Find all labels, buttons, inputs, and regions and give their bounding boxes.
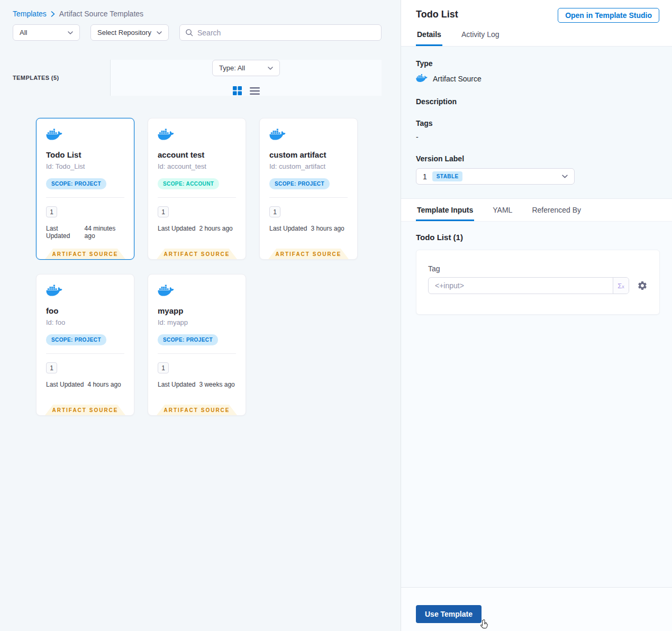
scope-badge: SCOPE: PROJECT — [158, 334, 218, 345]
card-divider — [158, 353, 236, 354]
type-filter-dropdown[interactable]: Type: All — [212, 60, 280, 76]
template-title: custom artifact — [269, 150, 348, 159]
last-updated-label: Last Updated — [46, 381, 84, 388]
chevron-down-icon — [157, 31, 162, 34]
template-card[interactable]: foo Id: foo SCOPE: PROJECT 1 Last Update… — [36, 274, 134, 416]
template-id: Id: myapp — [158, 318, 236, 326]
template-grid: Todo List Id: Todo_List SCOPE: PROJECT 1… — [36, 118, 362, 416]
last-updated-value: 3 hours ago — [311, 225, 344, 232]
card-divider — [158, 197, 236, 198]
panel-tabs: Details Activity Log — [401, 23, 672, 47]
repository-filter-dropdown[interactable]: Select Repository — [90, 24, 169, 41]
hand-cursor-icon — [479, 619, 489, 631]
tab-activity-log[interactable]: Activity Log — [460, 23, 501, 46]
open-in-template-studio-button[interactable]: Open in Template Studio — [558, 8, 659, 23]
scope-badge: SCOPE: ACCOUNT — [158, 178, 219, 189]
template-inputs-section: Todo List (1) Tag Σx — [401, 222, 672, 587]
template-title: account test — [158, 150, 236, 159]
search-input[interactable] — [197, 29, 376, 37]
artifact-source-banner: ARTIFACT SOURCE — [45, 249, 125, 259]
last-updated-value: 44 minutes ago — [85, 225, 124, 240]
scope-badge: SCOPE: PROJECT — [46, 178, 106, 189]
panel-header: Todo List Open in Template Studio — [401, 0, 672, 23]
template-card[interactable]: account test Id: account_test SCOPE: ACC… — [148, 118, 246, 260]
version-value: 1 — [423, 172, 427, 181]
input-settings-gear-icon[interactable] — [637, 280, 648, 291]
version-box: 1 — [158, 206, 169, 217]
breadcrumb-templates-link[interactable]: Templates — [13, 10, 47, 18]
last-updated-label: Last Updated — [158, 225, 195, 232]
last-updated: Last Updated 3 hours ago — [269, 225, 348, 232]
scope-filter-value: All — [20, 29, 27, 36]
scope-filter-dropdown[interactable]: All — [13, 24, 80, 41]
use-template-button[interactable]: Use Template — [416, 605, 482, 623]
last-updated-value: 4 hours ago — [87, 381, 121, 388]
template-title: myapp — [158, 306, 236, 315]
inputs-card: Tag Σx — [416, 250, 660, 315]
docker-icon — [46, 133, 62, 142]
last-updated-label: Last Updated — [46, 225, 81, 240]
filter-bar: All Select Repository — [13, 24, 388, 41]
docker-icon — [416, 74, 428, 84]
last-updated-value: 2 hours ago — [199, 225, 232, 232]
chevron-down-icon — [268, 67, 273, 70]
card-divider — [46, 197, 124, 198]
expression-sigma-button[interactable]: Σx — [613, 278, 629, 294]
tag-input[interactable] — [429, 278, 613, 294]
list-view-icon[interactable] — [250, 87, 260, 95]
grid-view-icon[interactable] — [232, 86, 242, 96]
card-divider — [269, 197, 348, 198]
scope-badge: SCOPE: PROJECT — [269, 178, 330, 189]
sigma-symbol: Σ — [617, 282, 622, 290]
chevron-down-icon — [68, 31, 73, 34]
version-select-dropdown[interactable]: 1 STABLE — [416, 168, 575, 185]
template-card[interactable]: Todo List Id: Todo_List SCOPE: PROJECT 1… — [36, 118, 134, 260]
tag-field: Σx — [428, 277, 629, 294]
tags-value: - — [416, 133, 657, 141]
search-field — [179, 24, 382, 41]
tab-referenced-by[interactable]: Referenced By — [531, 199, 582, 221]
version-box: 1 — [46, 206, 57, 217]
last-updated: Last Updated 44 minutes ago — [46, 225, 124, 240]
search-icon — [185, 29, 193, 36]
template-title: Todo List — [46, 150, 124, 159]
artifact-source-banner: ARTIFACT SOURCE — [268, 249, 349, 259]
card-divider — [46, 353, 124, 354]
docker-icon — [46, 289, 62, 298]
last-updated-label: Last Updated — [158, 381, 195, 388]
version-box: 1 — [269, 206, 280, 217]
last-updated-value: 3 weeks ago — [199, 381, 234, 388]
tab-details[interactable]: Details — [416, 23, 442, 46]
tab-template-inputs[interactable]: Template Inputs — [416, 199, 474, 221]
template-id: Id: Todo_List — [46, 162, 124, 170]
template-card[interactable]: myapp Id: myapp SCOPE: PROJECT 1 Last Up… — [148, 274, 246, 416]
type-filter-value: Type: All — [219, 64, 245, 72]
version-box: 1 — [158, 362, 169, 373]
panel-footer: Use Template — [401, 587, 672, 631]
repository-filter-value: Select Repository — [97, 29, 151, 36]
scope-badge: SCOPE: PROJECT — [46, 334, 106, 345]
templates-count: TEMPLATES (5) — [13, 75, 59, 81]
chevron-right-icon — [51, 11, 55, 17]
template-id: Id: foo — [46, 318, 124, 326]
tags-label: Tags — [416, 119, 657, 127]
last-updated: Last Updated 2 hours ago — [158, 225, 236, 232]
stable-badge: STABLE — [432, 171, 463, 181]
template-details-panel: Todo List Open in Template Studio Detail… — [401, 0, 672, 631]
artifact-source-banner: ARTIFACT SOURCE — [45, 405, 125, 415]
last-updated: Last Updated 3 weeks ago — [158, 381, 236, 388]
docker-icon — [269, 133, 286, 142]
tab-yaml[interactable]: YAML — [492, 199, 513, 221]
panel-subtabs: Template Inputs YAML Referenced By — [401, 198, 672, 222]
template-id: Id: custom_artifact — [269, 162, 348, 170]
list-header: TEMPLATES (5) Type: All — [13, 60, 388, 96]
templates-list-pane: Templates Artifact Source Templates All … — [0, 0, 401, 631]
panel-title: Todo List — [416, 8, 458, 20]
inputs-heading: Todo List (1) — [416, 233, 659, 242]
view-toggle — [232, 86, 260, 96]
breadcrumb: Templates Artifact Source Templates — [13, 10, 388, 18]
template-card[interactable]: custom artifact Id: custom_artifact SCOP… — [259, 118, 358, 260]
artifact-source-banner: ARTIFACT SOURCE — [157, 405, 237, 415]
version-label: Version Label — [416, 154, 657, 163]
last-updated-label: Last Updated — [269, 225, 307, 232]
